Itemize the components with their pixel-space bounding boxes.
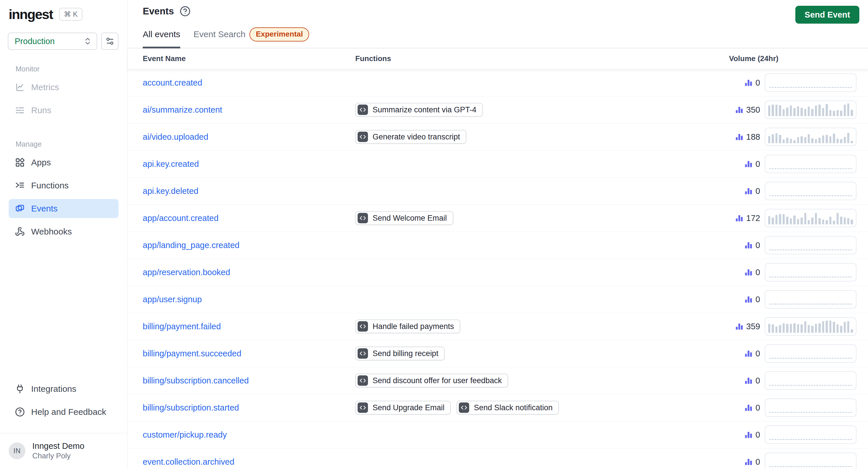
function-pill-label: Send discount offer for user feedback [373, 376, 502, 385]
function-pill[interactable]: Handle failed payments [355, 320, 460, 333]
volume-sparkline [765, 263, 857, 281]
function-pill[interactable]: Send discount offer for user feedback [355, 374, 508, 388]
volume-cell: 0 [729, 371, 857, 390]
environment-settings-button[interactable] [101, 33, 119, 50]
volume-count: 0 [755, 268, 760, 277]
bar-chart-icon [744, 458, 753, 466]
volume-cell: 0 [729, 73, 857, 92]
sidebar-item-functions[interactable]: Functions [9, 176, 119, 195]
sparkline-bar [826, 220, 828, 225]
sidebar-item-runs[interactable]: Runs [9, 101, 119, 120]
function-pill-label: Summarize content via GPT-4 [373, 105, 476, 114]
sparkline-bar [772, 134, 774, 143]
function-pill-label: Send Welcome Email [373, 214, 447, 223]
table-row: api.key.created 0 [127, 151, 868, 178]
sparkline-bar [793, 140, 795, 143]
event-name-link[interactable]: app/user.signup [143, 295, 202, 304]
volume-count: 0 [755, 376, 760, 386]
sparkline-bar [851, 110, 853, 116]
event-name-link[interactable]: ai/summarize.content [143, 105, 222, 114]
events-table-body: account.created 0 ai/summarize.content S… [127, 69, 868, 469]
event-name-link[interactable]: billing/subscription.started [143, 403, 239, 412]
volume-sparkline [765, 344, 857, 363]
user-profile[interactable]: IN Inngest Demo Charly Poly [0, 433, 127, 469]
function-pill[interactable]: Send Slack notification [457, 401, 559, 414]
volume-count: 350 [746, 105, 760, 115]
function-pill-label: Send Slack notification [474, 403, 553, 412]
event-name-link[interactable]: app/reservation.booked [143, 268, 230, 277]
column-header-event-name: Event Name [143, 54, 355, 63]
sparkline-bar [815, 213, 817, 225]
function-pill[interactable]: Generate video transcript [355, 130, 466, 144]
function-pill-label: Send Upgrade Email [373, 403, 444, 412]
sparkline-bar [851, 220, 853, 225]
function-pill[interactable]: Summarize content via GPT-4 [355, 103, 483, 117]
inngest-logo: inngest [9, 7, 53, 21]
code-icon [358, 375, 368, 386]
event-name-link[interactable]: api.key.created [143, 159, 199, 169]
function-pill[interactable]: Send Upgrade Email [355, 401, 451, 414]
plug-icon [15, 384, 25, 394]
bar-chart-icon [744, 241, 753, 249]
sparkline-bar [837, 324, 839, 333]
functions-icon [15, 180, 25, 191]
help-icon[interactable] [180, 6, 191, 17]
event-name-link[interactable]: event.collection.archived [143, 457, 235, 466]
sparkline-bar [797, 137, 799, 143]
code-icon [358, 321, 368, 332]
environment-select[interactable]: Production [8, 33, 97, 50]
event-name-link[interactable]: billing/subscription.cancelled [143, 376, 249, 385]
sparkline-bar [772, 217, 774, 225]
event-name-link[interactable]: account.created [143, 78, 202, 87]
sparkline-bar [775, 215, 777, 225]
sidebar-item-events[interactable]: Events [9, 199, 119, 218]
section-label-manage: Manage [16, 140, 119, 148]
sparkline-bar [811, 217, 813, 225]
sidebar-section-monitor: Monitor Metrics Runs [0, 65, 127, 124]
volume-sparkline [765, 101, 857, 119]
function-pill[interactable]: Send billing receipt [355, 346, 445, 360]
command-palette-shortcut[interactable]: ⌘ K [59, 8, 83, 21]
volume-count: 0 [755, 159, 760, 169]
sparkline-bar [801, 108, 803, 116]
events-icon [15, 204, 25, 213]
sparkline-bar [768, 216, 770, 225]
bar-chart-icon [735, 214, 743, 223]
sidebar-item-integrations[interactable]: Integrations [9, 379, 119, 398]
sidebar-item-apps[interactable]: Apps [9, 153, 119, 172]
event-name-link[interactable]: app/account.created [143, 213, 219, 223]
functions-cell: Send Upgrade EmailSend Slack notificatio… [355, 401, 729, 414]
volume-count: 0 [755, 187, 760, 196]
event-name-link[interactable]: billing/payment.failed [143, 322, 221, 331]
chart-line-icon [15, 82, 25, 92]
sparkline-bar [818, 105, 820, 116]
sparkline-bar [804, 213, 806, 225]
volume-count: 0 [755, 349, 760, 358]
sidebar-item-metrics[interactable]: Metrics [9, 78, 119, 97]
sidebar-item-label: Help and Feedback [31, 407, 106, 417]
sparkline-bar [772, 324, 774, 333]
sparkline-bar [779, 105, 781, 116]
tab-all-events[interactable]: All events [143, 27, 180, 48]
event-name-link[interactable]: billing/payment.succeeded [143, 349, 241, 358]
tab-event-search[interactable]: Event Search Experimental [193, 27, 309, 48]
sparkline-bar [804, 321, 806, 333]
table-row: app/user.signup 0 [127, 286, 868, 313]
table-row: event.collection.archived 0 [127, 448, 868, 469]
event-name-link[interactable]: ai/video.uploaded [143, 132, 208, 141]
sidebar-item-webhooks[interactable]: Webhooks [9, 222, 119, 241]
function-pill[interactable]: Send Welcome Email [355, 211, 453, 225]
send-event-button[interactable]: Send Event [795, 6, 859, 24]
volume-count: 0 [755, 240, 760, 250]
webhook-icon [15, 227, 25, 236]
sidebar-item-help-and-feedback[interactable]: Help and Feedback [9, 402, 119, 422]
event-name-link[interactable]: api.key.deleted [143, 187, 198, 196]
sparkline-bar [793, 323, 795, 333]
event-name-link[interactable]: app/landing_page.created [143, 240, 239, 250]
sparkline-bar [793, 215, 795, 225]
sparkline-bar [790, 105, 792, 116]
sparkline-bar [783, 139, 785, 143]
sparkline-bar [775, 326, 777, 333]
event-name-link[interactable]: customer/pickup.ready [143, 430, 227, 439]
sparkline-bar [779, 135, 781, 143]
